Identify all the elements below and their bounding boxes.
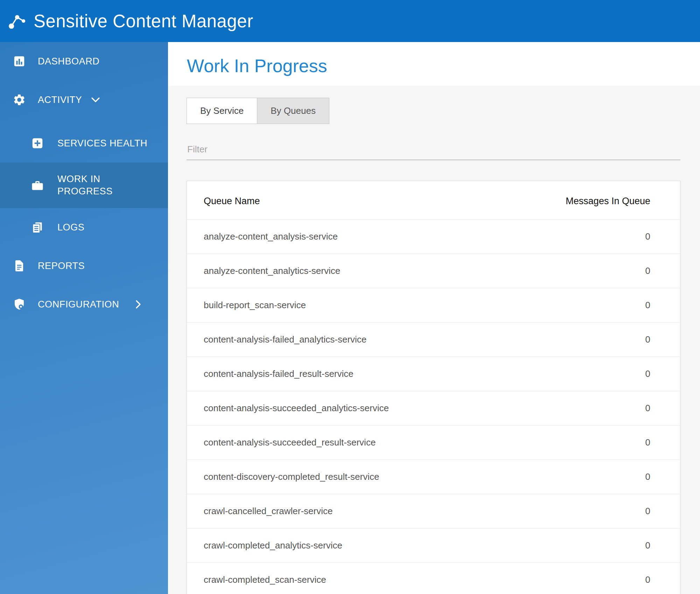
- app-header: Sensitive Content Manager: [0, 0, 700, 42]
- sidebar-item-services-health[interactable]: SERVICES HEALTH: [0, 124, 168, 163]
- logs-icon: [31, 221, 44, 234]
- messages-count-cell: 0: [502, 426, 680, 460]
- queue-name-cell: analyze-content_analytics-service: [187, 254, 502, 288]
- main-content: Work In Progress By Service By Queues Qu…: [168, 42, 700, 594]
- report-icon: [13, 259, 26, 272]
- sidebar-item-work-in-progress[interactable]: WORK IN PROGRESS: [0, 163, 168, 208]
- gear-icon: [13, 93, 26, 106]
- table-row: build-report_scan-service 0: [187, 288, 680, 323]
- health-icon: [31, 137, 44, 150]
- table-row: content-analysis-succeeded_analytics-ser…: [187, 391, 680, 426]
- sidebar-item-label: REPORTS: [38, 260, 85, 272]
- queues-table: Queue Name Messages In Queue analyze-con…: [187, 181, 680, 594]
- table-row: content-analysis-succeeded_result-servic…: [187, 426, 680, 460]
- messages-count-cell: 0: [502, 254, 680, 288]
- queue-name-cell: content-analysis-succeeded_result-servic…: [187, 426, 502, 460]
- app-logo-icon: [6, 9, 29, 33]
- queues-table-body: analyze-content_analysis-service 0 analy…: [187, 220, 680, 594]
- sidebar-item-dashboard[interactable]: DASHBOARD: [0, 42, 168, 81]
- dashboard-icon: [13, 55, 26, 68]
- shield-gear-icon: [13, 298, 26, 311]
- app-title: Sensitive Content Manager: [34, 11, 253, 32]
- sidebar-item-label: SERVICES HEALTH: [57, 137, 147, 150]
- messages-count-cell: 0: [502, 288, 680, 323]
- queue-name-cell: build-report_scan-service: [187, 288, 502, 323]
- messages-in-queue-header: Messages In Queue: [502, 181, 680, 220]
- table-row: crawl-completed_analytics-service 0: [187, 529, 680, 563]
- sidebar-item-label: ACTIVITY: [38, 94, 82, 106]
- queue-name-cell: content-analysis-failed_analytics-servic…: [187, 323, 502, 357]
- table-row: crawl-completed_scan-service 0: [187, 563, 680, 594]
- chevron-right-icon: [135, 300, 141, 309]
- table-row: content-analysis-failed_result-service 0: [187, 357, 680, 391]
- queue-name-cell: analyze-content_analysis-service: [187, 220, 502, 254]
- table-row: content-discovery-completed_result-servi…: [187, 460, 680, 494]
- messages-count-cell: 0: [502, 529, 680, 563]
- sidebar-item-configuration[interactable]: CONFIGURATION: [0, 285, 168, 324]
- filter-input[interactable]: [187, 141, 680, 160]
- queue-name-cell: crawl-cancelled_crawler-service: [187, 494, 502, 529]
- sidebar-item-reports[interactable]: REPORTS: [0, 247, 168, 285]
- view-tabs: By Service By Queues: [187, 98, 680, 124]
- queue-name-cell: crawl-completed_scan-service: [187, 563, 502, 594]
- table-row: analyze-content_analytics-service 0: [187, 254, 680, 288]
- messages-count-cell: 0: [502, 494, 680, 529]
- messages-count-cell: 0: [502, 460, 680, 494]
- messages-count-cell: 0: [502, 323, 680, 357]
- table-row: content-analysis-failed_analytics-servic…: [187, 323, 680, 357]
- sidebar-item-logs[interactable]: LOGS: [0, 208, 168, 247]
- queues-card: Queue Name Messages In Queue analyze-con…: [187, 181, 680, 594]
- sidebar-item-label: WORK IN PROGRESS: [57, 173, 138, 198]
- queue-name-cell: content-analysis-failed_result-service: [187, 357, 502, 391]
- messages-count-cell: 0: [502, 563, 680, 594]
- tab-by-queues[interactable]: By Queues: [257, 98, 329, 124]
- tab-by-service[interactable]: By Service: [187, 98, 257, 124]
- table-row: analyze-content_analysis-service 0: [187, 220, 680, 254]
- page-title: Work In Progress: [187, 56, 700, 76]
- title-band: Work In Progress: [168, 42, 700, 86]
- sidebar-item-label: DASHBOARD: [38, 55, 99, 68]
- queue-name-cell: crawl-completed_analytics-service: [187, 529, 502, 563]
- queue-name-cell: content-discovery-completed_result-servi…: [187, 460, 502, 494]
- queue-name-cell: content-analysis-succeeded_analytics-ser…: [187, 391, 502, 426]
- table-row: crawl-cancelled_crawler-service 0: [187, 494, 680, 529]
- messages-count-cell: 0: [502, 357, 680, 391]
- messages-count-cell: 0: [502, 391, 680, 426]
- chevron-down-icon: [91, 97, 100, 103]
- sidebar-item-label: LOGS: [57, 221, 84, 234]
- sidebar: DASHBOARD ACTIVITY SERVICE: [0, 42, 168, 594]
- briefcase-icon: [31, 179, 44, 192]
- sidebar-item-activity[interactable]: ACTIVITY: [0, 81, 168, 119]
- queue-name-header: Queue Name: [187, 181, 502, 220]
- content-area: By Service By Queues Queue Name Messages…: [168, 86, 700, 594]
- sidebar-item-label: CONFIGURATION: [38, 298, 119, 311]
- messages-count-cell: 0: [502, 220, 680, 254]
